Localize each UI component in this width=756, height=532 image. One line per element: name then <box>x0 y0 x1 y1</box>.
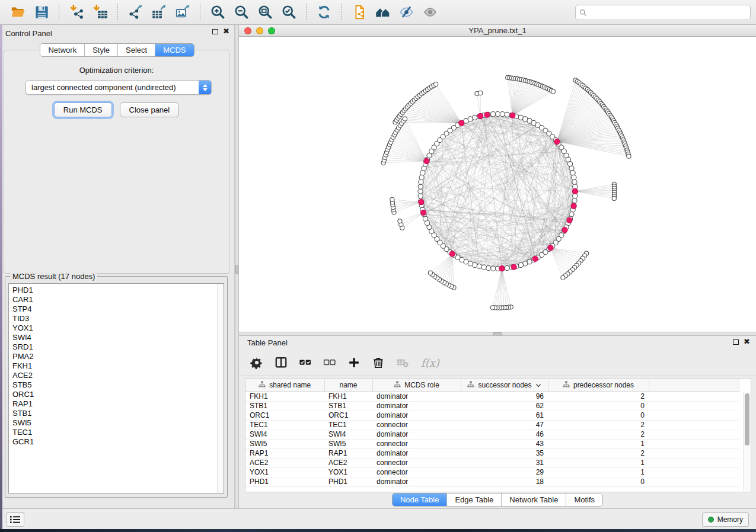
table-cell[interactable]: TEC1 <box>324 420 372 430</box>
splitter-grip[interactable] <box>235 265 238 274</box>
tab-edge-table[interactable]: Edge Table <box>446 493 501 506</box>
close-panel-icon[interactable]: ✖ <box>744 339 750 345</box>
network-canvas[interactable] <box>239 37 756 332</box>
task-history-button[interactable] <box>6 512 24 527</box>
tab-style[interactable]: Style <box>84 44 117 56</box>
mcds-result-item[interactable]: PMA2 <box>12 352 224 361</box>
table-cell[interactable]: SWI5 <box>245 439 324 448</box>
mcds-list-scrollbar[interactable] <box>217 284 224 493</box>
network-from-file-icon[interactable] <box>348 3 369 22</box>
table-cell[interactable]: ORC1 <box>245 411 324 420</box>
tab-network[interactable]: Network <box>40 44 84 56</box>
column-header-predecessor-nodes[interactable]: predecessor nodes <box>548 379 649 392</box>
tab-select[interactable]: Select <box>117 44 155 56</box>
table-row[interactable]: RAP1RAP1dominator352 <box>245 448 739 458</box>
table-cell[interactable]: 35 <box>461 448 548 458</box>
table-cell[interactable]: dominator <box>372 401 461 411</box>
table-cell[interactable]: 31 <box>461 458 548 467</box>
tab-motifs[interactable]: Motifs <box>566 493 602 506</box>
column-header-MCDS-role[interactable]: MCDS role <box>372 379 461 392</box>
network-window-titlebar[interactable]: YPA_prune.txt_1 <box>239 25 756 37</box>
table-cell[interactable]: TEC1 <box>245 420 324 430</box>
column-header-name[interactable]: name <box>324 379 372 392</box>
table-cell[interactable]: 1 <box>548 458 649 467</box>
optimization-criterion-dropdown[interactable]: largest connected component (undirected) <box>25 80 212 95</box>
horizontal-splitter[interactable] <box>239 332 756 336</box>
table-row[interactable]: SWI4SWI4dominator462 <box>245 430 739 439</box>
vertical-splitter[interactable] <box>235 25 239 508</box>
mcds-result-item[interactable]: SWI5 <box>12 418 224 428</box>
memory-button[interactable]: Memory <box>702 512 749 527</box>
table-cell[interactable]: 18 <box>461 477 548 486</box>
table-cell[interactable]: YOX1 <box>245 467 324 477</box>
table-cell[interactable]: RAP1 <box>324 448 372 458</box>
close-panel-icon[interactable]: ✖ <box>223 28 229 34</box>
zoom-fit-icon[interactable] <box>254 3 276 22</box>
table-row[interactable]: STB1STB1dominator620 <box>245 401 739 411</box>
close-panel-button[interactable]: Close panel <box>120 102 180 117</box>
table-cell[interactable]: FKH1 <box>245 392 324 401</box>
delete-column-icon[interactable] <box>371 355 385 370</box>
table-cell[interactable]: PHD1 <box>324 477 372 486</box>
mcds-result-item[interactable]: ORC1 <box>12 390 224 399</box>
table-cell[interactable]: PHD1 <box>245 477 324 486</box>
table-cell[interactable]: connector <box>372 467 461 477</box>
table-cell[interactable]: 0 <box>548 477 649 486</box>
column-header-shared-name[interactable]: shared name <box>245 379 324 392</box>
mcds-result-item[interactable]: ACE2 <box>12 371 224 380</box>
table-cell[interactable]: 46 <box>461 430 548 439</box>
open-session-icon[interactable] <box>7 3 28 22</box>
table-cell[interactable]: ORC1 <box>324 411 372 420</box>
show-column-panel-icon[interactable] <box>274 355 288 370</box>
export-table-icon[interactable] <box>148 3 170 22</box>
float-panel-icon[interactable] <box>733 339 739 345</box>
export-image-icon[interactable] <box>172 3 193 22</box>
table-cell[interactable]: SWI4 <box>245 430 324 439</box>
table-cell[interactable]: 43 <box>461 439 548 448</box>
mcds-result-item[interactable]: FKH1 <box>12 361 224 371</box>
table-cell[interactable]: dominator <box>372 392 461 401</box>
table-cell[interactable]: STB1 <box>245 401 324 411</box>
table-cell[interactable]: 1 <box>548 467 649 477</box>
network-graph[interactable] <box>239 37 756 333</box>
table-row[interactable]: ACE2ACE2connector311 <box>245 458 739 467</box>
table-cell[interactable]: 2 <box>548 448 649 458</box>
table-cell[interactable]: SWI4 <box>324 430 372 439</box>
table-row[interactable]: PHD1PHD1dominator180 <box>245 477 739 486</box>
table-cell[interactable]: 47 <box>461 420 548 430</box>
table-cell[interactable]: dominator <box>372 430 461 439</box>
mcds-result-item[interactable]: TEC1 <box>12 428 224 437</box>
zoom-window-traffic-light[interactable] <box>268 27 275 34</box>
import-table-icon[interactable] <box>90 3 111 22</box>
close-window-traffic-light[interactable] <box>244 27 251 34</box>
show-graphics-details-icon[interactable] <box>419 3 441 22</box>
mcds-result-item[interactable]: STB1 <box>12 409 224 418</box>
table-cell[interactable]: STB1 <box>324 401 372 411</box>
mcds-result-item[interactable]: CAR1 <box>12 295 224 305</box>
table-cell[interactable]: ACE2 <box>324 458 372 467</box>
refresh-icon[interactable] <box>313 3 334 22</box>
create-column-icon[interactable] <box>347 355 361 370</box>
table-cell[interactable]: 1 <box>548 439 649 448</box>
table-cell[interactable]: connector <box>372 439 461 448</box>
run-mcds-button[interactable]: Run MCDS <box>54 102 112 117</box>
table-cell[interactable]: 2 <box>548 420 649 430</box>
import-network-icon[interactable] <box>66 3 87 22</box>
table-cell[interactable]: 29 <box>461 467 548 477</box>
table-row[interactable]: SWI5SWI5connector431 <box>245 439 739 448</box>
table-cell[interactable]: 62 <box>461 401 548 411</box>
table-cell[interactable]: YOX1 <box>324 467 372 477</box>
table-cell[interactable]: SWI5 <box>324 439 372 448</box>
float-panel-icon[interactable] <box>212 29 218 34</box>
mcds-result-item[interactable]: SRD1 <box>12 342 224 352</box>
table-cell[interactable]: 0 <box>548 401 649 411</box>
select-all-columns-icon[interactable] <box>298 355 312 370</box>
table-cell[interactable]: connector <box>372 458 461 467</box>
table-row[interactable]: FKH1FKH1dominator962 <box>245 392 739 401</box>
zoom-selected-icon[interactable] <box>278 3 299 22</box>
table-cell[interactable]: 61 <box>461 411 548 420</box>
delete-table-icon[interactable] <box>395 355 410 370</box>
zoom-in-icon[interactable] <box>207 3 228 22</box>
table-options-gear-icon[interactable] <box>250 355 264 370</box>
table-cell[interactable]: 0 <box>548 411 649 420</box>
